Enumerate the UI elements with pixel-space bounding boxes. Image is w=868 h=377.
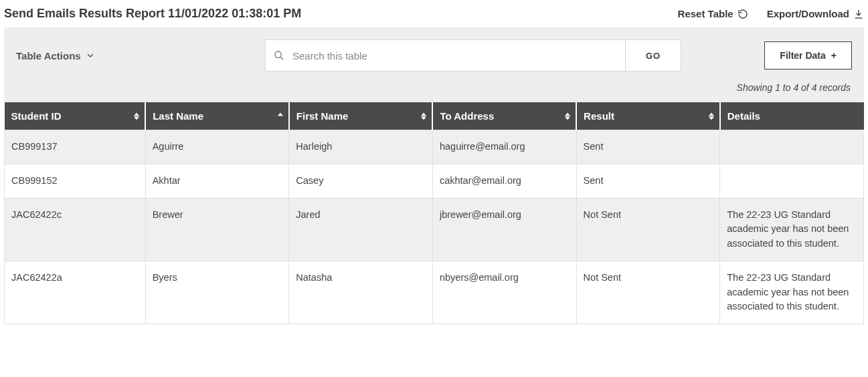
cell-last-name: Aguirre [145,130,289,164]
cell-first-name: Jared [289,198,433,261]
table-row: CB999137 Aguirre Harleigh haguirre@email… [5,130,864,164]
search-icon [274,50,284,61]
sort-icon[interactable] [565,112,570,120]
cell-details: The 22-23 UG Standard academic year has … [720,261,864,324]
reset-table-button[interactable]: Reset Table [678,8,748,19]
cell-result: Sent [576,130,720,164]
table-row: CB999152 Akhtar Casey cakhtar@email.org … [5,164,864,198]
cell-last-name: Akhtar [145,164,289,198]
cell-first-name: Natasha [289,261,433,324]
search-group: GO [265,39,681,72]
filter-data-button[interactable]: Filter Data + [764,41,852,70]
cell-last-name: Byers [145,261,289,324]
sort-icon[interactable] [278,112,283,120]
col-label: To Address [440,110,494,122]
sort-icon[interactable] [421,112,426,120]
header-actions: Reset Table Export/Download [678,8,864,19]
col-to-address[interactable]: To Address [432,102,576,130]
chevron-down-icon [86,51,94,59]
results-table: Student ID Last Name First Name To Addre… [4,102,864,324]
sort-icon[interactable] [709,112,714,120]
cell-details: The 22-23 UG Standard academic year has … [720,198,864,261]
col-label: First Name [296,110,349,122]
cell-student-id: JAC62422a [5,261,146,324]
cell-last-name: Brewer [145,198,289,261]
page-title: Send Emails Results Report 11/01/2022 01… [4,7,301,21]
record-count: Showing 1 to 4 of 4 records [16,72,852,96]
filter-data-label: Filter Data [780,50,825,61]
table-row: JAC62422a Byers Natasha nbyers@email.org… [5,261,864,324]
cell-details [720,130,864,164]
plus-icon: + [831,50,837,61]
table-header: Student ID Last Name First Name To Addre… [5,102,864,130]
go-button[interactable]: GO [625,39,681,72]
header-row: Send Emails Results Report 11/01/2022 01… [4,4,864,27]
cell-student-id: JAC62422c [5,198,146,261]
cell-details [720,164,864,198]
cell-to-address: cakhtar@email.org [432,164,576,198]
sort-icon[interactable] [134,112,139,120]
col-label: Details [727,110,760,122]
cell-to-address: jbrewer@email.org [432,198,576,261]
cell-result: Not Sent [576,198,720,261]
table-actions-label: Table Actions [16,50,81,61]
col-details: Details [720,102,864,130]
col-label: Last Name [153,110,203,122]
col-student-id[interactable]: Student ID [5,102,146,130]
cell-to-address: haguirre@email.org [432,130,576,164]
cell-student-id: CB999152 [5,164,146,198]
col-label: Student ID [11,110,62,122]
col-last-name[interactable]: Last Name [145,102,289,130]
reset-table-label: Reset Table [678,8,733,19]
search-box [265,39,625,72]
export-download-label: Export/Download [767,8,849,19]
download-icon [853,9,864,19]
cell-first-name: Casey [289,164,433,198]
col-result[interactable]: Result [576,102,720,130]
cell-result: Sent [576,164,720,198]
export-download-button[interactable]: Export/Download [767,8,864,19]
table-actions-dropdown[interactable]: Table Actions [16,45,252,67]
cell-first-name: Harleigh [289,130,433,164]
search-input[interactable] [291,49,617,62]
col-label: Result [584,110,614,122]
svg-point-0 [275,51,281,57]
cell-to-address: nbyers@email.org [432,261,576,324]
toolbar: Table Actions GO Filter Data + [4,27,864,102]
cell-result: Not Sent [576,261,720,324]
reset-icon [737,9,748,19]
col-first-name[interactable]: First Name [289,102,433,130]
table-row: JAC62422c Brewer Jared jbrewer@email.org… [5,198,864,261]
cell-student-id: CB999137 [5,130,146,164]
table-body: CB999137 Aguirre Harleigh haguirre@email… [5,130,864,324]
